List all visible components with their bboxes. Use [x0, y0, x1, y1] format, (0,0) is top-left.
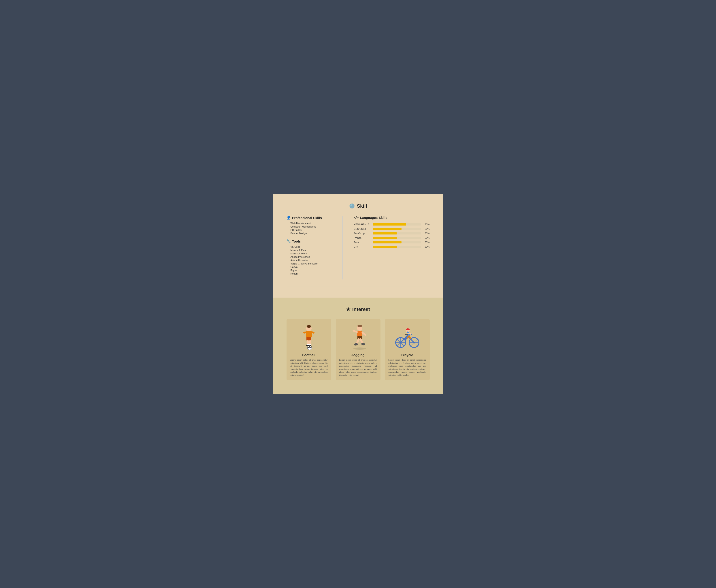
person-icon: 👤: [286, 216, 291, 220]
skill-label: Java: [354, 241, 371, 244]
svg-rect-16: [357, 331, 362, 337]
skill-bar-track: [373, 237, 421, 239]
jogging-image: [344, 323, 373, 350]
skill-bar-track: [373, 228, 421, 230]
skill-bar-row: HTML/HTML5 70%: [354, 223, 430, 226]
list-item: Computer Maintenance: [290, 225, 331, 228]
skill-bar-row: CSS/CSS3 60%: [354, 228, 430, 230]
tools-label: Tools: [292, 239, 301, 243]
list-item: Adobe Illustrator: [290, 259, 331, 261]
skill-pct: 70%: [423, 223, 430, 226]
professional-skills-column: 👤 Professional Skills Web Development Co…: [286, 216, 331, 279]
skill-bar-track: [373, 241, 421, 244]
football-image: [295, 323, 323, 350]
jogging-card-title: Jogging: [339, 353, 377, 357]
list-item: Microsoft Word: [290, 252, 331, 255]
football-card-title: Football: [290, 353, 328, 357]
list-item: Notion: [290, 272, 331, 275]
tools-section: 🔧 Tools VS Code Microsoft Excel Microsof…: [286, 239, 331, 275]
svg-line-47: [408, 333, 411, 334]
skill-bar-track: [373, 223, 421, 226]
skill-label: C++: [354, 246, 371, 248]
skill-bar-row: Java 60%: [354, 241, 430, 244]
tools-list: VS Code Microsoft Excel Microsoft Word A…: [286, 246, 331, 275]
bicycle-image: [393, 323, 422, 350]
skill-bar-row: Python 50%: [354, 236, 430, 239]
skill-bar-fill: [373, 232, 397, 234]
football-card-desc: Lorem ipsum dolor, sit amet consectetur …: [290, 359, 328, 377]
skill-pct: 60%: [423, 228, 430, 230]
list-item: Canva: [290, 266, 331, 268]
languages-skills-label: Languages Skills: [360, 216, 387, 219]
professional-skills-list: Web Development Computer Maintenance PC …: [286, 222, 331, 235]
skill-pct: 60%: [423, 241, 430, 244]
svg-line-21: [356, 339, 359, 344]
list-item: Banner Design: [290, 232, 331, 235]
svg-line-19: [353, 331, 357, 332]
svg-rect-4: [309, 337, 311, 340]
list-item: Adobe Photoshop: [290, 255, 331, 258]
interest-title-text: Interest: [352, 307, 370, 312]
bicycle-card-desc: Lorem ipsum dolor sit amet consectetur a…: [389, 359, 426, 377]
skill-icon: ⚙️: [349, 203, 355, 209]
skill-bar-fill: [373, 223, 407, 226]
list-item: Microsoft Excel: [290, 249, 331, 251]
skill-pct: 50%: [423, 236, 430, 239]
interest-title: ★ Interest: [286, 307, 430, 312]
interest-cards: Football Lorem ipsum dolor, sit amet con…: [286, 319, 430, 380]
bicycle-card: Bicycle Lorem ipsum dolor sit amet conse…: [385, 319, 430, 380]
svg-rect-2: [306, 331, 312, 337]
languages-skills-column: </> Languages Skills HTML/HTML5 70% CSS: [354, 216, 430, 279]
svg-line-20: [362, 333, 366, 335]
skill-bar-fill: [373, 228, 402, 230]
bicycle-card-title: Bicycle: [389, 353, 426, 357]
interest-section: ★ Interest: [273, 298, 443, 394]
svg-point-25: [353, 348, 366, 350]
skill-label: Python: [354, 236, 371, 239]
list-item: Web Development: [290, 222, 331, 225]
svg-point-15: [357, 324, 362, 327]
skill-bar-track: [373, 232, 421, 234]
skill-title-text: Skill: [357, 203, 367, 209]
skill-pct: 50%: [423, 246, 430, 248]
skill-bars: HTML/HTML5 70% CSS/CSS3 60%: [354, 223, 430, 248]
svg-rect-6: [311, 331, 314, 334]
professional-skills-heading: 👤 Professional Skills: [286, 216, 331, 220]
skill-pct: 50%: [423, 232, 430, 235]
skill-bar-row: JavaScript 50%: [354, 232, 430, 235]
skill-label: HTML/HTML5: [354, 223, 371, 226]
football-card: Football Lorem ipsum dolor, sit amet con…: [286, 319, 331, 380]
section-divider: [286, 286, 430, 287]
skill-bar-track: [373, 246, 421, 248]
list-item: Vegas Creative Software: [290, 262, 331, 265]
star-icon: ★: [346, 307, 350, 312]
tools-icon: 🔧: [286, 239, 291, 243]
svg-point-1: [307, 325, 311, 328]
skill-content: 👤 Professional Skills Web Development Co…: [286, 216, 430, 279]
skill-bar-row: C++ 50%: [354, 246, 430, 248]
skill-bar-fill: [373, 237, 397, 239]
skill-section: ⚙️ Skill 👤 Professional Skills Web Devel…: [273, 194, 443, 298]
jogging-card-desc: Lorem ipsum dolor sit amet consectetur a…: [339, 359, 377, 377]
list-item: VS Code: [290, 246, 331, 248]
svg-line-22: [360, 339, 363, 343]
languages-skills-heading: </> Languages Skills: [354, 216, 430, 219]
svg-rect-5: [303, 331, 306, 334]
skill-title: ⚙️ Skill: [286, 203, 430, 209]
list-item: PC Builder: [290, 229, 331, 231]
skill-label: CSS/CSS3: [354, 228, 371, 230]
page-wrapper: ⚙️ Skill 👤 Professional Skills Web Devel…: [273, 194, 443, 394]
professional-skills-label: Professional Skills: [292, 216, 322, 220]
list-item: Figma: [290, 269, 331, 272]
skill-bar-fill: [373, 246, 397, 248]
code-icon: </>: [354, 216, 359, 219]
tools-heading: 🔧 Tools: [286, 239, 331, 243]
jogging-card: Jogging Lorem ipsum dolor sit amet conse…: [336, 319, 381, 380]
skill-label: JavaScript: [354, 232, 371, 235]
skill-bar-fill: [373, 241, 402, 244]
svg-rect-3: [306, 337, 309, 340]
